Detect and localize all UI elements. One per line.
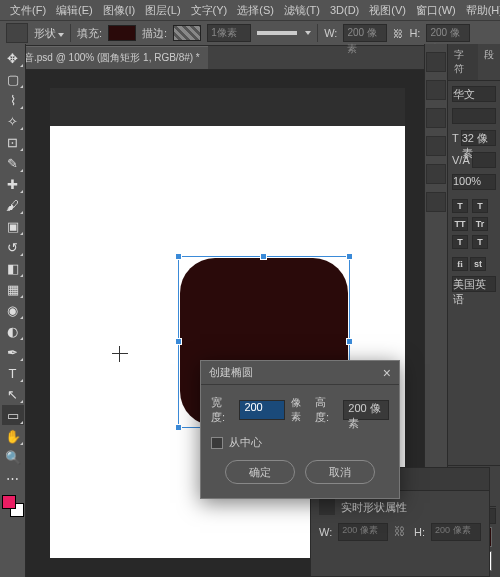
handle-top-right[interactable] <box>346 253 353 260</box>
dodge-tool[interactable]: ◐ <box>2 321 24 341</box>
foreground-color[interactable] <box>2 495 16 509</box>
sub-button[interactable]: T <box>472 235 488 249</box>
faux-bold[interactable]: fi <box>452 257 468 271</box>
font-style-field[interactable] <box>452 108 496 124</box>
menu-image[interactable]: 图像(I) <box>99 1 139 20</box>
handle-top-left[interactable] <box>175 253 182 260</box>
prop-w-label: W: <box>319 526 332 538</box>
stamp-tool[interactable]: ▣ <box>2 216 24 236</box>
font-size-field[interactable]: 32 像素 <box>461 130 496 146</box>
menu-type[interactable]: 文字(Y) <box>187 1 232 20</box>
path-select-tool[interactable]: ↖ <box>2 384 24 404</box>
language-field[interactable]: 美国英语 <box>452 276 496 292</box>
crop-tool[interactable]: ⊡ <box>2 132 24 152</box>
menu-window[interactable]: 窗口(W) <box>412 1 460 20</box>
tracking-field[interactable] <box>472 152 496 168</box>
handle-mid-left[interactable] <box>175 338 182 345</box>
width-label: W: <box>324 27 337 39</box>
fill-label: 填充: <box>77 26 102 41</box>
link-wh-icon[interactable]: ⛓ <box>393 28 403 39</box>
italic-button[interactable]: T <box>472 199 488 213</box>
panel-icon-history[interactable] <box>426 52 446 72</box>
wand-tool[interactable]: ✧ <box>2 111 24 131</box>
handle-top-mid[interactable] <box>260 253 267 260</box>
from-center-checkbox[interactable] <box>211 437 223 449</box>
height-label: H: <box>409 27 420 39</box>
tracking-label: V/A <box>452 154 470 166</box>
heal-tool[interactable]: ✚ <box>2 174 24 194</box>
create-ellipse-dialog: 创建椭圆 × 宽度: 200 像素 高度: 200 像素 从中心 确定 取消 <box>200 360 400 499</box>
shape-props-icon <box>319 499 335 515</box>
text-style-buttons: T T TT Tr T T <box>452 195 496 253</box>
hand-tool[interactable]: ✋ <box>2 426 24 446</box>
tools-panel: ✥ ▢ ⌇ ✧ ⊡ ✎ ✚ 🖌 ▣ ↺ ◧ ▦ ◉ ◐ ✒ T ↖ ▭ ✋ 🔍 … <box>0 44 26 577</box>
dialog-title: 创建椭圆 <box>209 365 253 380</box>
handle-bot-left[interactable] <box>175 424 182 431</box>
eraser-tool[interactable]: ◧ <box>2 258 24 278</box>
options-bar: 形状 填充: 描边: 1像素 W: 200 像素 ⛓ H: 200 像素 <box>0 20 500 46</box>
paragraph-panel-tab[interactable]: 段 <box>478 44 500 81</box>
character-panel: 华文 T32 像素 V/A 100% T T TT Tr T T fi st 美… <box>448 81 500 465</box>
menu-layer[interactable]: 图层(L) <box>141 1 184 20</box>
ok-button[interactable]: 确定 <box>225 460 295 484</box>
panel-icon-clone[interactable] <box>426 136 446 156</box>
blur-tool[interactable]: ◉ <box>2 300 24 320</box>
width-field[interactable]: 200 像素 <box>343 24 387 42</box>
eyedropper-tool[interactable]: ✎ <box>2 153 24 173</box>
size-label: T <box>452 132 459 144</box>
panel-icon-swatches[interactable] <box>426 164 446 184</box>
fill-swatch[interactable] <box>108 25 136 41</box>
panel-icon-info[interactable] <box>426 192 446 212</box>
handle-mid-right[interactable] <box>346 338 353 345</box>
panel-icon-actions[interactable] <box>426 80 446 100</box>
menu-filter[interactable]: 滤镜(T) <box>280 1 324 20</box>
caps-button[interactable]: TT <box>452 217 468 231</box>
properties-subtitle: 实时形状属性 <box>341 500 407 515</box>
pen-tool[interactable]: ✒ <box>2 342 24 362</box>
stroke-width-field[interactable]: 1像素 <box>207 24 251 42</box>
menu-edit[interactable]: 编辑(E) <box>52 1 97 20</box>
cursor-crosshair <box>112 346 128 362</box>
marquee-tool[interactable]: ▢ <box>2 69 24 89</box>
menu-select[interactable]: 选择(S) <box>233 1 278 20</box>
menu-view[interactable]: 视图(V) <box>365 1 410 20</box>
height-label: 高度: <box>315 395 337 425</box>
cancel-button[interactable]: 取消 <box>305 460 375 484</box>
menu-3d[interactable]: 3D(D) <box>326 2 363 18</box>
smallcaps-button[interactable]: Tr <box>472 217 488 231</box>
height-field[interactable]: 200 像素 <box>426 24 470 42</box>
width-label: 宽度: <box>211 395 233 425</box>
from-center-label: 从中心 <box>229 435 262 450</box>
shape-mode-dropdown[interactable]: 形状 <box>34 26 64 41</box>
move-tool[interactable]: ✥ <box>2 48 24 68</box>
height-input[interactable]: 200 像素 <box>343 400 389 420</box>
character-panel-tab[interactable]: 字符 <box>448 44 478 81</box>
panel-icon-brushes[interactable] <box>426 108 446 128</box>
history-brush-tool[interactable]: ↺ <box>2 237 24 257</box>
stroke-style-dropdown[interactable] <box>257 31 297 35</box>
menu-file[interactable]: 文件(F) <box>6 1 50 20</box>
edit-toolbar[interactable]: ⋯ <box>2 468 24 488</box>
shape-tool[interactable]: ▭ <box>2 405 24 425</box>
lasso-tool[interactable]: ⌇ <box>2 90 24 110</box>
prop-height-field[interactable]: 200 像素 <box>431 523 481 541</box>
stroke-swatch[interactable] <box>173 25 201 41</box>
zoom-tool[interactable]: 🔍 <box>2 447 24 467</box>
brush-tool[interactable]: 🖌 <box>2 195 24 215</box>
strikethrough[interactable]: st <box>470 257 486 271</box>
super-button[interactable]: T <box>452 235 468 249</box>
tool-preset-icon[interactable] <box>6 23 28 43</box>
bold-button[interactable]: T <box>452 199 468 213</box>
close-icon[interactable]: × <box>383 365 391 381</box>
color-swatches[interactable] <box>2 495 24 517</box>
type-tool[interactable]: T <box>2 363 24 383</box>
link-icon[interactable]: ⛓ <box>394 525 408 539</box>
scale-field[interactable]: 100% <box>452 174 496 190</box>
document-tab[interactable]: 抖音.psd @ 100% (圆角矩形 1, RGB/8#) * <box>6 46 208 69</box>
gradient-tool[interactable]: ▦ <box>2 279 24 299</box>
width-input[interactable]: 200 <box>239 400 285 420</box>
menu-help[interactable]: 帮助(H) <box>462 1 500 20</box>
width-unit: 像素 <box>291 396 309 424</box>
prop-width-field[interactable]: 200 像素 <box>338 523 388 541</box>
font-family-field[interactable]: 华文 <box>452 86 496 102</box>
